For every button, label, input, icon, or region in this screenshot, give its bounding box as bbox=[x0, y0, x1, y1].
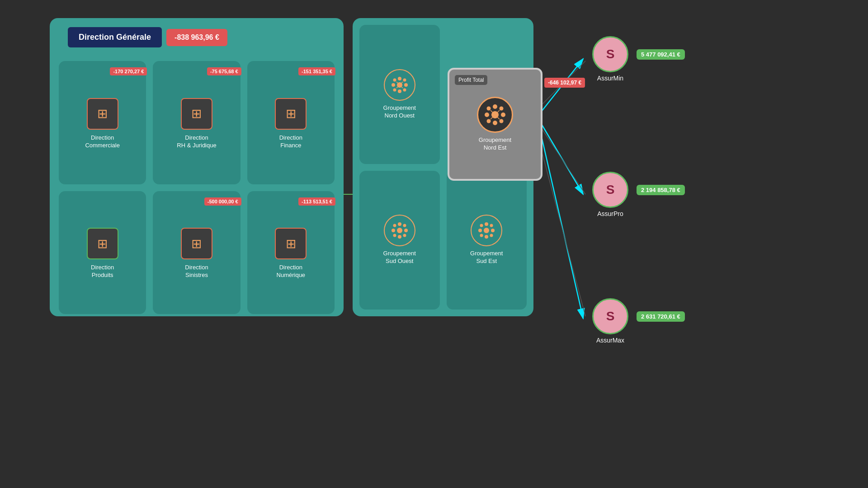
groupement-sud-ouest-cell[interactable]: GroupementSud Ouest bbox=[359, 171, 440, 310]
svg-point-14 bbox=[398, 89, 401, 93]
assurpro-label: AssurPro bbox=[592, 210, 628, 217]
produits-label: DirectionProduits bbox=[91, 264, 114, 279]
assurmax-initial: S bbox=[606, 309, 615, 324]
sinistres-label: DirectionSinistres bbox=[185, 264, 208, 279]
assurmax-value: 2 631 720,61 € bbox=[637, 311, 685, 322]
commerciale-org-icon: ⊞ bbox=[97, 106, 108, 121]
numerique-icon-box: ⊞ bbox=[275, 228, 307, 259]
svg-point-33 bbox=[403, 224, 406, 227]
svg-line-59 bbox=[497, 117, 500, 119]
rh-org-icon: ⊞ bbox=[191, 106, 202, 121]
produits-org-icon: ⊞ bbox=[97, 236, 108, 251]
assurmax-circle[interactable]: S bbox=[592, 298, 628, 334]
svg-point-48 bbox=[485, 113, 489, 117]
numerique-org-icon: ⊞ bbox=[286, 236, 296, 251]
svg-point-49 bbox=[501, 113, 505, 117]
svg-point-30 bbox=[392, 229, 395, 232]
svg-point-46 bbox=[493, 104, 497, 109]
commerciale-value: -170 270,27 € bbox=[110, 67, 147, 75]
svg-point-51 bbox=[500, 107, 504, 111]
svg-point-18 bbox=[403, 78, 406, 81]
nord-est-label: GroupementNord Est bbox=[479, 136, 511, 152]
sud-est-label: GroupementSud Est bbox=[470, 250, 503, 265]
main-directions-container: Direction Générale -838 963,96 € -170 27… bbox=[50, 18, 344, 316]
svg-point-44 bbox=[490, 234, 493, 237]
svg-point-38 bbox=[485, 235, 488, 239]
finance-icon-box: ⊞ bbox=[275, 98, 307, 130]
svg-point-28 bbox=[398, 222, 401, 226]
commerciale-label: DirectionCommerciale bbox=[85, 134, 120, 150]
svg-point-36 bbox=[484, 228, 489, 233]
svg-line-57 bbox=[497, 110, 500, 113]
svg-point-40 bbox=[491, 229, 495, 232]
svg-point-17 bbox=[393, 78, 396, 81]
svg-point-35 bbox=[403, 234, 406, 237]
directions-grid: -170 270,27 € ⊞ DirectionCommerciale -75… bbox=[59, 61, 335, 314]
sud-est-icon bbox=[471, 215, 502, 246]
svg-line-10 bbox=[536, 129, 585, 316]
assurmin-label: AssurMin bbox=[592, 75, 628, 82]
svg-point-47 bbox=[493, 121, 497, 125]
nord-est-icon bbox=[477, 97, 513, 133]
svg-line-58 bbox=[491, 117, 493, 119]
rh-value: -75 675,68 € bbox=[207, 67, 241, 75]
direction-finance-cell[interactable]: -151 351,35 € ⊞ DirectionFinance bbox=[247, 61, 335, 184]
direction-sinistres-cell[interactable]: -500 000,00 € ⊞ DirectionSinistres bbox=[153, 191, 240, 314]
svg-point-50 bbox=[487, 107, 491, 111]
numerique-label: DirectionNumérique bbox=[277, 264, 306, 279]
svg-point-34 bbox=[393, 234, 396, 237]
direction-numerique-cell[interactable]: -113 513,51 € ⊞ DirectionNumérique bbox=[247, 191, 335, 314]
groupement-sud-est-cell[interactable]: GroupementSud Est bbox=[447, 171, 527, 310]
groupement-nord-ouest-cell[interactable]: GroupementNord Ouest bbox=[359, 25, 440, 164]
svg-point-53 bbox=[500, 119, 504, 123]
sud-ouest-label: GroupementSud Ouest bbox=[383, 250, 416, 265]
rh-label: DirectionRH & Juridique bbox=[177, 134, 216, 150]
assurmin-initial: S bbox=[606, 47, 615, 61]
svg-point-19 bbox=[393, 88, 396, 91]
rh-icon-box: ⊞ bbox=[181, 98, 212, 130]
groupement-nord-est-container[interactable]: Profit Total GroupementNord Est bbox=[448, 68, 542, 181]
header-row: Direction Générale -838 963,96 € bbox=[68, 27, 335, 47]
svg-line-56 bbox=[491, 110, 493, 113]
svg-line-25 bbox=[396, 86, 398, 88]
assurmin-value: 5 477 092,41 € bbox=[637, 49, 685, 60]
finance-label: DirectionFinance bbox=[279, 134, 302, 150]
svg-point-31 bbox=[404, 229, 408, 232]
svg-line-9 bbox=[536, 120, 585, 194]
nord-est-value-badge: -646 102,97 € bbox=[544, 78, 585, 88]
svg-line-7 bbox=[540, 131, 583, 319]
svg-line-23 bbox=[396, 82, 398, 84]
svg-point-15 bbox=[392, 83, 395, 87]
svg-point-16 bbox=[404, 83, 408, 87]
direction-commerciale-cell[interactable]: -170 270,27 € ⊞ DirectionCommerciale bbox=[59, 61, 146, 184]
sud-ouest-icon bbox=[384, 215, 415, 246]
direction-rh-cell[interactable]: -75 675,68 € ⊞ DirectionRH & Juridique bbox=[153, 61, 240, 184]
svg-line-24 bbox=[401, 82, 403, 84]
assurpro-value: 2 194 858,78 € bbox=[637, 185, 685, 195]
svg-point-39 bbox=[478, 229, 482, 232]
svg-point-37 bbox=[485, 222, 488, 226]
produits-icon-box: ⊞ bbox=[87, 228, 118, 259]
sinistres-value: -500 000,00 € bbox=[204, 197, 241, 206]
assurpro-circle[interactable]: S bbox=[592, 172, 628, 208]
svg-point-32 bbox=[393, 224, 396, 227]
direction-produits-cell[interactable]: ⊞ DirectionProduits bbox=[59, 191, 146, 314]
assurpro-initial: S bbox=[606, 183, 615, 197]
sinistres-org-icon: ⊞ bbox=[191, 236, 202, 251]
svg-point-43 bbox=[480, 234, 483, 237]
nord-ouest-icon bbox=[384, 69, 415, 101]
direction-generale-value: -838 963,96 € bbox=[166, 29, 227, 46]
nord-ouest-label: GroupementNord Ouest bbox=[383, 104, 416, 120]
sinistres-icon-box: ⊞ bbox=[181, 228, 212, 259]
assurpro-group: S 2 194 858,78 € AssurPro bbox=[592, 172, 685, 217]
assurmax-label: AssurMax bbox=[592, 337, 628, 344]
numerique-value: -113 513,51 € bbox=[298, 197, 335, 206]
commerciale-icon-box: ⊞ bbox=[87, 98, 118, 130]
direction-generale-button[interactable]: Direction Générale bbox=[68, 27, 162, 47]
assurmin-circle[interactable]: S bbox=[592, 36, 628, 72]
profit-total-label: Profit Total bbox=[455, 75, 487, 85]
svg-point-20 bbox=[403, 88, 406, 91]
svg-line-6 bbox=[540, 122, 583, 194]
svg-point-29 bbox=[398, 235, 401, 239]
svg-point-52 bbox=[487, 119, 491, 123]
